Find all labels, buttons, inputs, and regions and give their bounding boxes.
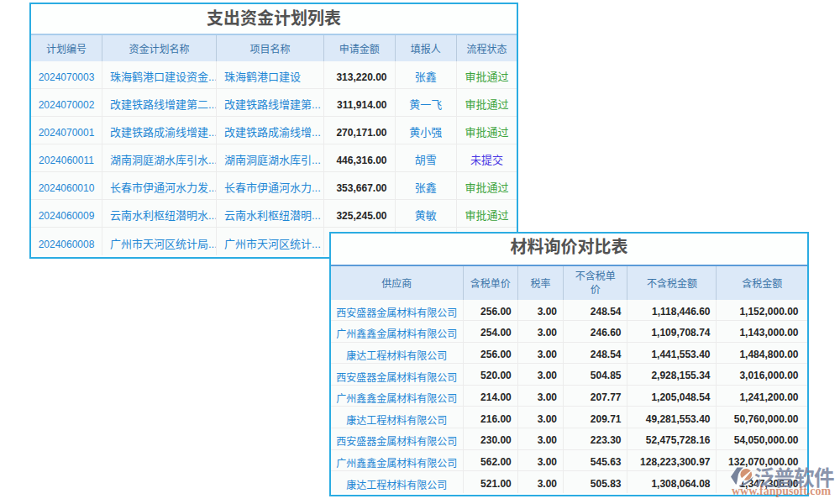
svg-text:www.fanpusoft.com: www.fanpusoft.com bbox=[732, 485, 832, 497]
